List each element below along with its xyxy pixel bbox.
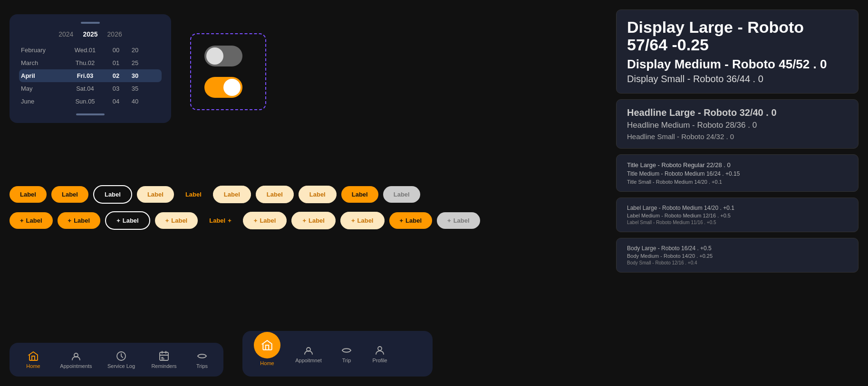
year-2026[interactable]: 2026	[107, 30, 122, 38]
num1: 03	[106, 85, 125, 92]
nav-item-alt-profile[interactable]: Profile	[363, 341, 396, 367]
btn-solid-orange-1[interactable]: Label	[10, 186, 47, 203]
home-circle-icon	[261, 339, 273, 351]
btn-plus-orange-text[interactable]: Label+	[203, 212, 238, 229]
typography-panel: Display Large - Roboto 57/64 -0.25 Displ…	[616, 9, 858, 273]
nav-item-service-log[interactable]: Service Log	[100, 347, 143, 373]
nav-label-alt-home: Home	[260, 360, 274, 366]
num2: 20	[125, 47, 145, 54]
btn-plus-light-2[interactable]: +Label	[291, 212, 336, 229]
btn-outline-dark-1[interactable]: Label	[93, 185, 132, 204]
toggle-on[interactable]	[204, 77, 242, 98]
title-large-text: Title Large - Roboto Regular 22/28 . 0	[627, 161, 848, 169]
trips-icon	[196, 350, 208, 362]
headline-large-text: Headline Large - Roboto 32/40 . 0	[627, 107, 848, 118]
body-large-text: Body Large - Roboto 16/24 . +0.5	[627, 245, 848, 252]
nav-item-trips[interactable]: Trips	[185, 347, 219, 373]
headline-small-text: Headline Small - Roboto 24/32 . 0	[627, 132, 848, 141]
btn-plus-outline-dark[interactable]: +Label	[105, 211, 150, 230]
btn-plus-light-1[interactable]: +Label	[243, 212, 287, 229]
display-large-text: Display Large - Roboto 57/64 -0.25	[627, 19, 848, 54]
btn-orange-text-1[interactable]: Label	[179, 186, 208, 203]
toggle-group	[190, 33, 266, 110]
label-large-text: Label Large - Roboto Medium 14/20 . +0.1	[627, 205, 848, 211]
nav-item-home[interactable]: Home	[14, 347, 52, 373]
date-row-february[interactable]: February Wed.01 00 20	[19, 44, 162, 56]
btn-solid-orange-2[interactable]: Label	[51, 186, 88, 203]
date-row-may[interactable]: May Sat.04 03 35	[19, 82, 162, 95]
date-picker: 2024 2025 2026 February Wed.01 00 20 Mar…	[10, 14, 171, 123]
home-icon	[28, 350, 39, 362]
reminders-icon	[158, 350, 170, 362]
appointments-icon	[70, 350, 82, 362]
month-label: May	[21, 85, 64, 92]
num2: 25	[125, 59, 145, 66]
btn-light-outline-3[interactable]: Label	[299, 186, 337, 203]
month-label: April	[21, 72, 64, 79]
day-date-label: Sat.04	[64, 85, 106, 92]
nav-item-reminders[interactable]: Reminders	[143, 347, 185, 373]
date-picker-card: 2024 2025 2026 February Wed.01 00 20 Mar…	[10, 14, 171, 123]
profile-icon	[374, 345, 386, 356]
day-date-label: Sun.05	[64, 98, 106, 105]
btn-plus-solid-orange-1[interactable]: +Label	[10, 212, 53, 229]
year-2025-selected[interactable]: 2025	[83, 30, 97, 38]
nav-label-reminders: Reminders	[151, 363, 176, 369]
btn-light-peach-1[interactable]: Label	[137, 186, 174, 203]
year-selector[interactable]: 2024 2025 2026	[19, 30, 162, 38]
service-log-icon	[116, 350, 127, 362]
toggle-thumb-off	[206, 47, 223, 65]
nav-label-service-log: Service Log	[107, 363, 135, 369]
display-small-text: Display Small - Roboto 36/44 . 0	[627, 74, 848, 85]
nav-label-profile: Profile	[372, 358, 387, 363]
month-label: February	[21, 47, 64, 54]
num1: 01	[106, 59, 125, 66]
bottom-nav-alt: Home Appoitmnet Trip Profile	[242, 331, 433, 377]
top-scroll-indicator	[81, 22, 100, 24]
btn-light-outline-2[interactable]: Label	[256, 186, 294, 203]
bottom-scroll-indicator	[76, 113, 105, 115]
date-row-march[interactable]: March Thu.02 01 25	[19, 56, 162, 69]
nav-item-alt-home[interactable]: Home	[247, 330, 287, 368]
num1: 00	[106, 47, 125, 54]
nav-item-appointments[interactable]: Appointments	[52, 347, 100, 373]
month-label: June	[21, 98, 64, 105]
appoitmnet-icon	[303, 345, 314, 356]
toggle-off[interactable]	[204, 46, 242, 66]
nav-label-appoitmnet: Appoitmnet	[295, 358, 322, 363]
title-medium-text: Title Medium - Roboto Medium 16/24 . +0.…	[627, 170, 848, 177]
nav-item-alt-trip[interactable]: Trip	[330, 341, 363, 367]
home-circle-button[interactable]	[254, 332, 280, 358]
trip-icon	[341, 345, 352, 356]
btn-gray-1[interactable]: Label	[383, 186, 420, 203]
btn-plus-gray[interactable]: +Label	[437, 212, 480, 229]
headline-medium-text: Headline Medium - Roboto 28/36 . 0	[627, 121, 848, 130]
num2: 40	[125, 98, 145, 105]
svg-point-4	[378, 347, 382, 350]
bottom-nav-main: Home Appointments Service Log Reminders …	[10, 343, 223, 377]
btn-light-outline-1[interactable]: Label	[213, 186, 251, 203]
btn-plus-light-peach[interactable]: +Label	[155, 212, 198, 229]
nav-item-alt-appoitmnet[interactable]: Appoitmnet	[287, 341, 330, 367]
nav-label-trip: Trip	[342, 358, 351, 363]
btn-plus-light-3[interactable]: +Label	[340, 212, 385, 229]
title-small-text: Title Small - Roboto Medium 14/20 . +0.1	[627, 179, 848, 185]
typo-card-headline: Headline Large - Roboto 32/40 . 0 Headli…	[616, 99, 858, 149]
typo-card-body: Body Large - Roboto 16/24 . +0.5 Body Me…	[616, 238, 858, 273]
btn-solid-orange-3[interactable]: Label	[341, 186, 378, 203]
day-date-label: Wed.01	[64, 47, 106, 54]
day-date-label: Thu.02	[64, 59, 106, 66]
date-row-april[interactable]: April Fri.03 02 30	[19, 69, 162, 82]
num2: 35	[125, 85, 145, 92]
btn-plus-solid-orange-3[interactable]: +Label	[389, 212, 433, 229]
nav-label-trips: Trips	[196, 363, 208, 369]
button-rows-section: Label Label Label Label Label Label Labe…	[10, 185, 480, 230]
date-row-june[interactable]: June Sun.05 04 40	[19, 95, 162, 108]
toggle-thumb-on	[223, 79, 241, 96]
btn-plus-solid-orange-2[interactable]: +Label	[58, 212, 101, 229]
typo-card-title: Title Large - Roboto Regular 22/28 . 0 T…	[616, 154, 858, 192]
year-2024[interactable]: 2024	[58, 30, 73, 38]
body-small-text: Body Small - Roboto 12/16 . +0.4	[627, 260, 848, 265]
num1: 02	[106, 72, 125, 79]
day-date-label: Fri.03	[64, 72, 106, 79]
